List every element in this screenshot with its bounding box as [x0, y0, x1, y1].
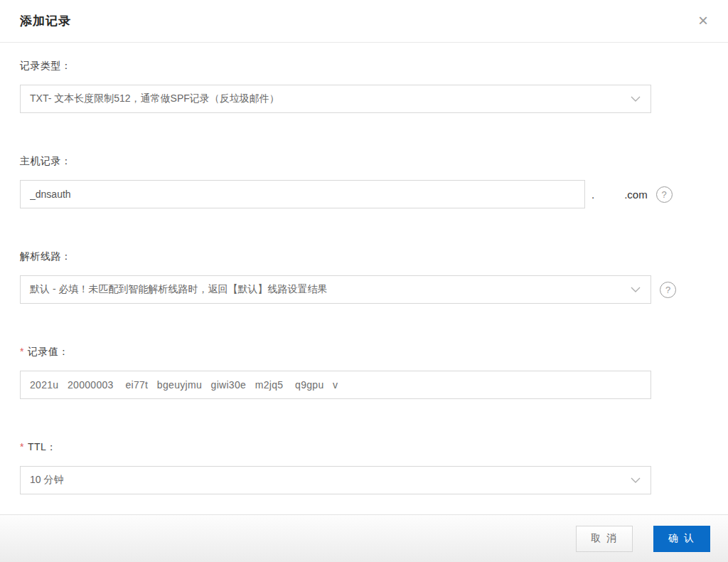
record-value-input[interactable] [20, 371, 651, 399]
ttl-select[interactable]: 10 分钟 [20, 466, 651, 494]
host-record-label: 主机记录： [20, 154, 72, 168]
confirm-button[interactable]: 确 认 [653, 526, 710, 552]
ttl-selected-value: 10 分钟 [30, 474, 63, 487]
close-icon[interactable]: × [692, 10, 714, 31]
field-host-record: 主机记录： . .com ? [20, 154, 708, 208]
cancel-button[interactable]: 取 消 [576, 526, 633, 552]
chevron-down-icon [631, 477, 641, 483]
resolution-line-selected-value: 默认 - 必填！未匹配到智能解析线路时，返回【默认】线路设置结果 [30, 283, 327, 296]
required-star: * [20, 440, 24, 454]
chevron-down-icon [631, 96, 641, 102]
resolution-line-select[interactable]: 默认 - 必填！未匹配到智能解析线路时，返回【默认】线路设置结果 [20, 275, 651, 304]
required-star: * [20, 344, 24, 359]
resolution-line-label: 解析线路： [20, 249, 72, 263]
dialog-body: 记录类型： TXT- 文本长度限制512，通常做SPF记录（反垃圾邮件） 主机记… [0, 43, 728, 494]
help-icon[interactable]: ? [660, 282, 676, 298]
redacted-domain [594, 194, 624, 195]
record-type-label: 记录类型： [20, 58, 72, 73]
record-type-selected-value: TXT- 文本长度限制512，通常做SPF记录（反垃圾邮件） [30, 92, 279, 105]
host-suffix: . .com [585, 189, 648, 201]
ttl-label: TTL： [28, 440, 57, 454]
field-record-type: 记录类型： TXT- 文本长度限制512，通常做SPF记录（反垃圾邮件） [20, 58, 708, 113]
host-suffix-tld: .com [624, 189, 648, 201]
record-type-select[interactable]: TXT- 文本长度限制512，通常做SPF记录（反垃圾邮件） [20, 85, 651, 113]
chevron-down-icon [631, 287, 641, 292]
field-resolution-line: 解析线路： 默认 - 必填！未匹配到智能解析线路时，返回【默认】线路设置结果 ? [20, 249, 708, 304]
dialog-footer: 取 消 确 认 [0, 514, 728, 562]
host-record-input[interactable] [20, 180, 585, 208]
page-title: 添加记录 [20, 13, 71, 29]
add-record-dialog: 添加记录 × 记录类型： TXT- 文本长度限制512，通常做SPF记录（反垃圾… [0, 0, 728, 562]
field-ttl: * TTL： 10 分钟 [20, 440, 708, 494]
record-value-label: 记录值： [28, 344, 69, 359]
field-record-value: * 记录值： [20, 344, 708, 399]
dialog-header: 添加记录 [0, 0, 728, 43]
help-icon[interactable]: ? [656, 186, 673, 203]
